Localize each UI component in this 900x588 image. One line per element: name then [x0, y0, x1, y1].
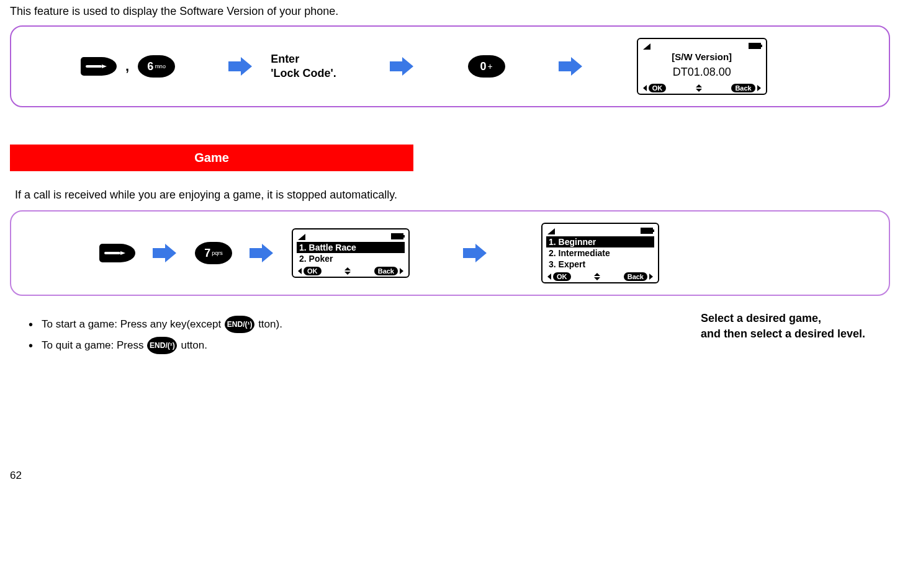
arrow-icon: [559, 57, 583, 76]
enter-line1: Enter: [271, 52, 336, 66]
arrow-icon: [463, 244, 488, 262]
end-key-icon: END/(¹): [225, 316, 254, 333]
key-6-sub: mno: [155, 63, 166, 69]
signal-icon: [547, 227, 556, 234]
nav-updown-icon: [695, 84, 703, 92]
softkey-right-arrow-icon: [757, 85, 761, 91]
bullet-text: To quit a game: Press: [42, 339, 143, 352]
key-0-sub: +: [488, 61, 493, 71]
flow-box-sw-version: , 6 mno Enter 'Lock Code'. 0 + [S/W Vers…: [10, 25, 890, 107]
game-banner: Game: [10, 145, 413, 171]
page-number: 62: [10, 470, 890, 482]
list-item: 2. Intermediate: [546, 247, 654, 259]
softkey-right-arrow-icon: [649, 274, 653, 280]
key-6: 6 mno: [138, 55, 175, 78]
bullet-start: To start a game: Press any key(except EN…: [29, 316, 282, 333]
battery-icon: [391, 233, 403, 239]
key-0-digit: 0: [480, 60, 487, 73]
softkey-row: OK Back: [546, 272, 654, 281]
nav-updown-icon: [593, 272, 601, 281]
select-instruction-l1: Select a desired game,: [701, 311, 865, 326]
flow-box-game: 7 pqrs 1. Battle Race 2. Poker OK Back 1…: [10, 210, 890, 296]
bullet-text: tton).: [258, 318, 282, 331]
menu-key-icon: [99, 244, 135, 262]
arrow-icon: [228, 57, 253, 76]
menu-key-icon: [81, 57, 117, 76]
softkey-left-arrow-icon: [643, 85, 647, 91]
list-item: 1. Battle Race: [297, 242, 405, 253]
key-group-menu-6: , 6 mno: [81, 55, 175, 78]
end-key-icon: END/(¹): [147, 337, 177, 354]
screen-title: [S/W Version]: [642, 50, 762, 63]
softkey-right-arrow-icon: [400, 268, 403, 274]
bullet-text: utton.: [181, 339, 207, 352]
signal-icon: [643, 42, 652, 50]
arrow-icon: [153, 244, 178, 262]
battery-icon: [749, 43, 761, 49]
enter-line2: 'Lock Code'.: [271, 66, 336, 81]
list-item: 3. Expert: [546, 259, 654, 270]
arrow-icon: [250, 244, 274, 262]
phone-screen-level-list: 1. Beginner 2. Intermediate 3. Expert OK…: [541, 223, 659, 283]
battery-icon: [641, 228, 653, 234]
softkey-back: Back: [374, 267, 398, 275]
softkey-ok: OK: [553, 272, 571, 281]
key-6-digit: 6: [147, 60, 153, 73]
phone-screen-sw-version: [S/W Version] DT01.08.00 OK Back: [637, 38, 767, 95]
softkey-left-arrow-icon: [547, 274, 551, 280]
softkey-row: OK Back: [297, 267, 405, 275]
softkey-back: Back: [624, 272, 647, 281]
list-item: 2. Poker: [297, 253, 405, 264]
softkey-left-arrow-icon: [298, 268, 302, 274]
key-7: 7 pqrs: [195, 242, 232, 264]
comma: ,: [123, 58, 132, 74]
screen-value: DT01.08.00: [642, 63, 762, 84]
game-bullets: To start a game: Press any key(except EN…: [29, 316, 282, 358]
select-instruction: Select a desired game, and then select a…: [701, 311, 865, 342]
key-7-digit: 7: [204, 247, 210, 260]
softkey-ok: OK: [649, 84, 667, 92]
phone-screen-game-list: 1. Battle Race 2. Poker OK Back: [292, 228, 410, 278]
bullet-text: To start a game: Press any key(except: [42, 318, 221, 331]
game-note: If a call is received while you are enjo…: [15, 189, 890, 202]
nav-updown-icon: [343, 267, 352, 275]
intro-text: This feature is used to display the Soft…: [10, 5, 890, 18]
select-instruction-l2: and then select a desired level.: [701, 326, 865, 342]
key-7-sub: pqrs: [212, 250, 223, 256]
bullet-quit: To quit a game: Press END/(¹) utton.: [29, 337, 282, 354]
softkey-row: OK Back: [642, 84, 762, 92]
bottom-row: To start a game: Press any key(except EN…: [10, 311, 890, 358]
arrow-icon: [390, 57, 415, 76]
softkey-ok: OK: [304, 267, 322, 275]
list-item: 1. Beginner: [546, 236, 654, 247]
enter-lock-code-text: Enter 'Lock Code'.: [271, 52, 336, 81]
key-0: 0 +: [468, 55, 505, 78]
softkey-back: Back: [731, 84, 755, 92]
signal-icon: [298, 233, 307, 240]
